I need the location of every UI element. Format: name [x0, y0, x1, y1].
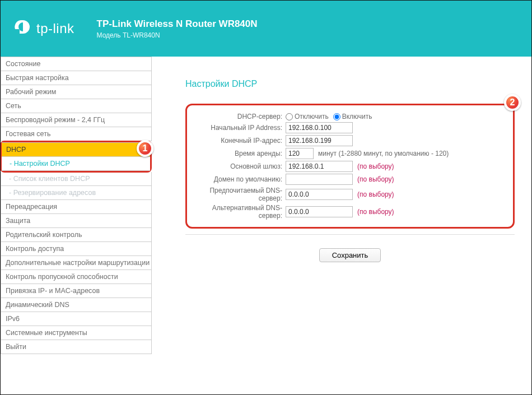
label-domain: Домен по умолчанию:: [190, 175, 286, 183]
label-lease: Время аренды:: [190, 150, 286, 157]
label-dhcp-server: DHCP-сервер:: [190, 113, 286, 120]
sidebar-item-guest[interactable]: Гостевая сеть: [1, 127, 152, 141]
gateway-optional: (по выбору): [357, 162, 394, 170]
input-end-ip[interactable]: [286, 135, 353, 146]
callout-badge-1: 1: [137, 140, 153, 157]
input-start-ip[interactable]: [286, 122, 353, 133]
radio-enable-wrap[interactable]: Включить: [333, 113, 372, 120]
sidebar-sub-dhcp-reserve[interactable]: - Резервирование адресов: [1, 186, 152, 200]
sidebar-item-network[interactable]: Сеть: [1, 99, 152, 113]
sidebar-item-ddns[interactable]: Динамический DNS: [1, 298, 152, 312]
sidebar-item-ipmac[interactable]: Привязка IP- и MAC-адресов: [1, 284, 152, 298]
sidebar-sub-dhcp-settings[interactable]: - Настройки DHCP: [2, 157, 150, 171]
sidebar-sub-dhcp-clients[interactable]: - Список клиентов DHCP: [1, 172, 152, 186]
sidebar-item-ipv6[interactable]: IPv6: [1, 312, 152, 326]
sidebar-item-status[interactable]: Состояние: [1, 57, 152, 71]
radio-enable[interactable]: [333, 113, 340, 120]
product-model: Модель TL-WR840N: [97, 31, 258, 39]
domain-optional: (по выбору): [357, 175, 394, 183]
sidebar-item-wireless[interactable]: Беспроводной режим - 2,4 ГГц: [1, 113, 152, 127]
sidebar-item-mode[interactable]: Рабочий режим: [1, 85, 152, 99]
dns2-optional: (по выбору): [357, 208, 394, 216]
save-button[interactable]: Сохранить: [319, 248, 381, 262]
sidebar: Состояние Быстрая настройка Рабочий режи…: [1, 57, 152, 395]
dns1-optional: (по выбору): [357, 190, 394, 198]
input-dns1[interactable]: [286, 189, 353, 200]
brand-name: tp-link: [36, 21, 74, 36]
sidebar-item-quick[interactable]: Быстрая настройка: [1, 71, 152, 85]
radio-disable[interactable]: [286, 113, 293, 120]
input-gateway[interactable]: [286, 161, 353, 172]
label-dns1: Предпочитаемый DNS-сервер:: [190, 187, 286, 202]
brand-logo: tp-link: [12, 19, 74, 38]
sidebar-dhcp-highlight: DHCP - Настройки DHCP 1: [0, 141, 152, 173]
sidebar-item-system[interactable]: Системные инструменты: [1, 326, 152, 340]
main-panel: Настройки DHCP 2 DHCP-сервер: Отключить …: [152, 57, 531, 395]
callout-badge-2: 2: [504, 94, 521, 111]
tplink-logo-icon: [12, 19, 31, 38]
sidebar-item-security[interactable]: Защита: [1, 214, 152, 228]
page-title: Настройки DHCP: [185, 79, 515, 89]
sidebar-item-routing[interactable]: Дополнительные настройки маршрутизации: [1, 256, 152, 270]
app-header: tp-link TP-Link Wireless N Router WR840N…: [1, 1, 531, 57]
sidebar-item-logout[interactable]: Выйти: [1, 340, 152, 354]
product-title: TP-Link Wireless N Router WR840N: [97, 18, 258, 30]
input-domain[interactable]: [286, 174, 353, 185]
input-lease[interactable]: [286, 148, 314, 159]
sidebar-item-access[interactable]: Контроль доступа: [1, 242, 152, 256]
sidebar-item-forwarding[interactable]: Переадресация: [1, 200, 152, 214]
radio-disable-label: Отключить: [295, 113, 329, 120]
sidebar-item-bandwidth[interactable]: Контроль пропускной способности: [1, 270, 152, 284]
dhcp-form-highlight: 2 DHCP-сервер: Отключить Включить Началь…: [185, 104, 515, 229]
input-dns2[interactable]: [286, 206, 353, 217]
radio-disable-wrap[interactable]: Отключить: [286, 113, 329, 120]
radio-enable-label: Включить: [342, 113, 372, 120]
label-end-ip: Конечный IP-адрес:: [190, 137, 286, 145]
label-dns2: Альтернативный DNS-сервер:: [190, 204, 286, 220]
form-divider: [185, 234, 515, 235]
label-gateway: Основной шлюз:: [190, 162, 286, 170]
label-start-ip: Начальный IP Address:: [190, 124, 286, 132]
sidebar-item-dhcp[interactable]: DHCP: [2, 142, 150, 157]
sidebar-item-parental[interactable]: Родительский контроль: [1, 228, 152, 242]
lease-hint: минут (1-2880 минут, по умолчанию - 120): [318, 150, 449, 157]
